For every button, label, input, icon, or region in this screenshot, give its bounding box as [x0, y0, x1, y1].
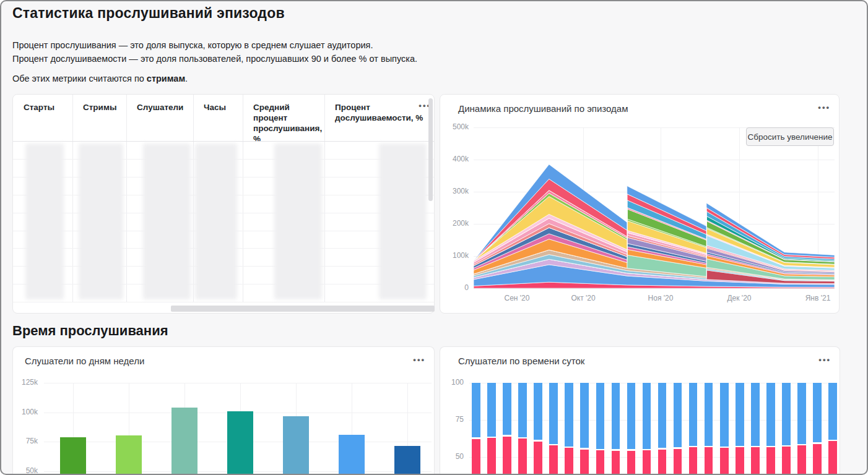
- y-axis-tick: 200k: [440, 219, 469, 228]
- vertical-scrollbar-thumb[interactable]: [428, 98, 433, 201]
- daypart-bar-top-blue[interactable]: [612, 383, 620, 449]
- episodes-stacked-area-chart[interactable]: [474, 127, 835, 288]
- redacted-cell-data: [379, 143, 427, 299]
- daypart-bar-top-blue[interactable]: [549, 383, 558, 444]
- y-axis-tick: 500k: [440, 122, 469, 131]
- daypart-bar-bottom-pink[interactable]: [565, 448, 573, 475]
- header-divider: [13, 141, 434, 142]
- weekday-bar[interactable]: [227, 411, 253, 475]
- daypart-bar-bottom-pink[interactable]: [596, 450, 605, 475]
- gridline: [44, 383, 432, 383]
- redacted-cell-data: [25, 143, 64, 299]
- weekday-bar[interactable]: [394, 446, 420, 475]
- daypart-bar-top-blue[interactable]: [627, 383, 636, 449]
- redacted-cell-data: [274, 143, 322, 299]
- weekday-bar[interactable]: [283, 416, 309, 475]
- daypart-bar-bottom-pink[interactable]: [813, 444, 822, 475]
- column-divider: [193, 95, 194, 302]
- y-axis-tick: 75: [440, 415, 464, 424]
- y-axis-tick: 300k: [440, 187, 469, 195]
- daypart-bar-bottom-pink[interactable]: [643, 450, 651, 475]
- daypart-bar-top-blue[interactable]: [705, 383, 713, 446]
- daypart-bar-top-blue[interactable]: [828, 383, 837, 440]
- column-divider: [72, 95, 73, 302]
- weekday-listeners-card: Слушатели по дням недели ••• 125k100k75k…: [12, 346, 435, 475]
- weekday-bar[interactable]: [116, 435, 142, 475]
- ellipsis-menu-icon[interactable]: •••: [818, 356, 831, 364]
- daypart-bar-top-blue[interactable]: [720, 383, 729, 447]
- daypart-bar-bottom-pink[interactable]: [674, 449, 682, 475]
- daypart-bar-bottom-pink[interactable]: [487, 438, 496, 475]
- daypart-bar-top-blue[interactable]: [751, 383, 760, 446]
- y-axis-tick: 100: [440, 378, 464, 387]
- weekday-bar[interactable]: [339, 435, 365, 475]
- ellipsis-menu-icon[interactable]: •••: [413, 356, 425, 364]
- daypart-bar-top-blue[interactable]: [643, 383, 651, 449]
- episodes-dynamics-card: Динамика прослушиваний по эпизодам ••• 5…: [440, 94, 840, 314]
- weekday-bar[interactable]: [60, 437, 86, 475]
- daypart-bar-bottom-pink[interactable]: [472, 439, 480, 475]
- daypart-bar-top-blue[interactable]: [782, 383, 791, 445]
- x-axis-tick: Дек '20: [718, 294, 761, 302]
- y-axis-tick: 75k: [13, 437, 38, 445]
- reset-zoom-button[interactable]: Сбросить увеличение: [746, 127, 834, 146]
- column-header: Старты: [24, 102, 64, 113]
- redacted-cell-data: [195, 143, 237, 299]
- y-axis-tick: 50: [440, 452, 464, 461]
- daypart-bar-top-blue[interactable]: [503, 383, 511, 435]
- daypart-listeners-card: Слушатели по времени суток ••• 1007550: [440, 346, 840, 475]
- daypart-bar-bottom-pink[interactable]: [612, 451, 620, 475]
- description-line-1: Процент прослушивания — это доля выпуска…: [12, 40, 373, 50]
- y-axis-tick: 100k: [13, 408, 38, 416]
- daypart-bar-top-blue[interactable]: [658, 383, 667, 448]
- daypart-bar-bottom-pink[interactable]: [720, 448, 729, 475]
- daypart-bar-bottom-pink[interactable]: [782, 447, 791, 475]
- horizontal-scrollbar-thumb[interactable]: [171, 306, 435, 312]
- row-divider: [13, 302, 434, 302]
- daypart-bar-bottom-pink[interactable]: [580, 450, 589, 475]
- daypart-bar-top-blue[interactable]: [518, 383, 527, 437]
- column-header: Слушатели: [137, 102, 185, 113]
- daypart-bar-bottom-pink[interactable]: [534, 442, 542, 475]
- daypart-bar-top-blue[interactable]: [534, 383, 542, 440]
- daypart-bar-top-blue[interactable]: [580, 383, 589, 448]
- daypart-bar-bottom-pink[interactable]: [658, 450, 667, 475]
- daypart-bar-bottom-pink[interactable]: [797, 445, 806, 475]
- y-axis-tick: 400k: [440, 155, 469, 163]
- daypart-bar-bottom-pink[interactable]: [689, 447, 698, 475]
- daypart-bar-bottom-pink[interactable]: [503, 437, 511, 475]
- daypart-bar-top-blue[interactable]: [689, 383, 698, 446]
- daypart-bar-bottom-pink[interactable]: [627, 451, 636, 475]
- y-axis-tick: 125k: [13, 378, 38, 387]
- daypart-bar-bottom-pink[interactable]: [518, 439, 527, 475]
- daypart-bar-bottom-pink[interactable]: [549, 445, 558, 475]
- redacted-cell-data: [143, 143, 191, 299]
- daypart-bar-top-blue[interactable]: [472, 383, 480, 437]
- daypart-bar-top-blue[interactable]: [813, 383, 822, 442]
- daypart-bar-bottom-pink[interactable]: [751, 447, 760, 475]
- daypart-bar-top-blue[interactable]: [596, 383, 605, 449]
- daypart-bar-top-blue[interactable]: [674, 383, 682, 447]
- daypart-bar-top-blue[interactable]: [797, 383, 806, 444]
- y-axis-tick: 50k: [13, 466, 38, 475]
- column-header: Процент дослушиваемости, %: [335, 102, 427, 123]
- gridline: [474, 288, 835, 289]
- episodes-table-card: СтартыСтримыСлушателиЧасыСредний процент…: [12, 94, 435, 314]
- redacted-cell-data: [79, 143, 123, 299]
- daypart-bar-bottom-pink[interactable]: [705, 447, 713, 475]
- column-header: Часы: [204, 102, 235, 113]
- ellipsis-menu-icon[interactable]: •••: [818, 103, 830, 112]
- column-header: Средний процент прослушивания, %: [253, 102, 316, 144]
- column-divider: [243, 95, 243, 302]
- weekday-bar[interactable]: [171, 408, 197, 475]
- daypart-bar-top-blue[interactable]: [736, 383, 744, 446]
- daypart-bar-bottom-pink[interactable]: [766, 447, 775, 475]
- x-axis-tick: Сен '20: [495, 294, 539, 302]
- daypart-chart-title: Слушатели по времени суток: [458, 356, 584, 366]
- daypart-bar-top-blue[interactable]: [565, 383, 573, 447]
- daypart-bar-bottom-pink[interactable]: [828, 441, 837, 475]
- daypart-bar-bottom-pink[interactable]: [736, 447, 744, 475]
- episodes-chart-title: Динамика прослушиваний по эпизодам: [458, 103, 628, 114]
- daypart-bar-top-blue[interactable]: [766, 383, 775, 446]
- daypart-bar-top-blue[interactable]: [487, 383, 496, 437]
